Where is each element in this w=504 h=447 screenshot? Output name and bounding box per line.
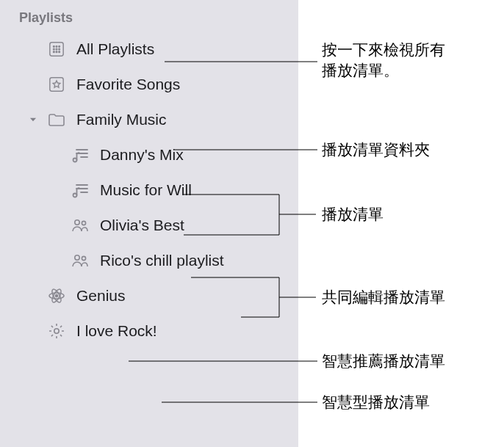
svg-point-20 xyxy=(82,221,85,225)
sidebar-item-all-playlists[interactable]: All Playlists xyxy=(0,32,298,67)
sidebar-item-label: Favorite Songs xyxy=(76,76,180,93)
svg-point-7 xyxy=(54,51,55,53)
callout-playlist: 播放清單 xyxy=(322,204,384,225)
sidebar-item-label: Family Music xyxy=(76,111,167,128)
grid-icon xyxy=(47,40,66,59)
svg-point-6 xyxy=(59,48,60,50)
callout-all-playlists: 按一下來檢視所有 播放清單。 xyxy=(322,40,445,81)
sidebar-item-dannys-mix[interactable]: Danny's Mix xyxy=(0,137,298,172)
sidebar-item-genius[interactable]: Genius xyxy=(0,278,298,313)
callout-folder: 播放清單資料夾 xyxy=(322,139,430,160)
folder-icon xyxy=(47,110,66,129)
svg-point-27 xyxy=(54,329,59,333)
sidebar-item-music-for-will[interactable]: Music for Will xyxy=(0,172,298,208)
callout-smart: 智慧型播放清單 xyxy=(322,392,430,413)
sidebar-item-olivias-best[interactable]: Olivia's Best xyxy=(0,208,298,243)
playlist-icon xyxy=(71,145,90,164)
people-icon xyxy=(71,251,90,270)
chevron-down-icon[interactable] xyxy=(28,115,38,125)
sidebar-item-i-love-rock[interactable]: I love Rock! xyxy=(0,313,298,349)
sidebar-item-label: Genius xyxy=(76,287,126,305)
callout-genius: 智慧推薦播放清單 xyxy=(322,351,445,371)
svg-point-2 xyxy=(56,46,57,48)
sidebar-item-label: Olivia's Best xyxy=(100,217,184,234)
star-icon xyxy=(47,75,66,94)
svg-point-19 xyxy=(75,220,79,225)
sidebar-item-label: I love Rock! xyxy=(76,322,157,340)
svg-point-21 xyxy=(75,255,79,260)
sidebar-item-label: Music for Will xyxy=(100,181,192,199)
svg-point-9 xyxy=(59,51,60,53)
playlist-icon xyxy=(71,181,90,200)
svg-point-8 xyxy=(56,51,57,53)
sidebar-item-ricos-chill[interactable]: Rico's chill playlist xyxy=(0,243,298,278)
people-icon xyxy=(71,216,90,235)
svg-point-3 xyxy=(59,46,60,48)
callout-collab: 共同編輯播放清單 xyxy=(322,287,445,308)
svg-point-5 xyxy=(56,48,57,50)
section-header-playlists: Playlists xyxy=(0,10,298,32)
sidebar-item-label: Rico's chill playlist xyxy=(100,252,224,269)
svg-point-22 xyxy=(82,256,85,260)
gear-icon xyxy=(47,321,66,341)
svg-point-1 xyxy=(54,46,55,48)
sidebar-item-favorite-songs[interactable]: Favorite Songs xyxy=(0,67,298,102)
playlists-sidebar: Playlists All Playlists Fa xyxy=(0,0,298,447)
sidebar-item-label: Danny's Mix xyxy=(100,146,184,164)
sidebar-item-family-music[interactable]: Family Music xyxy=(0,102,298,137)
atom-icon xyxy=(47,286,66,305)
sidebar-item-label: All Playlists xyxy=(76,40,154,58)
svg-point-26 xyxy=(55,294,57,297)
svg-point-4 xyxy=(54,48,55,50)
